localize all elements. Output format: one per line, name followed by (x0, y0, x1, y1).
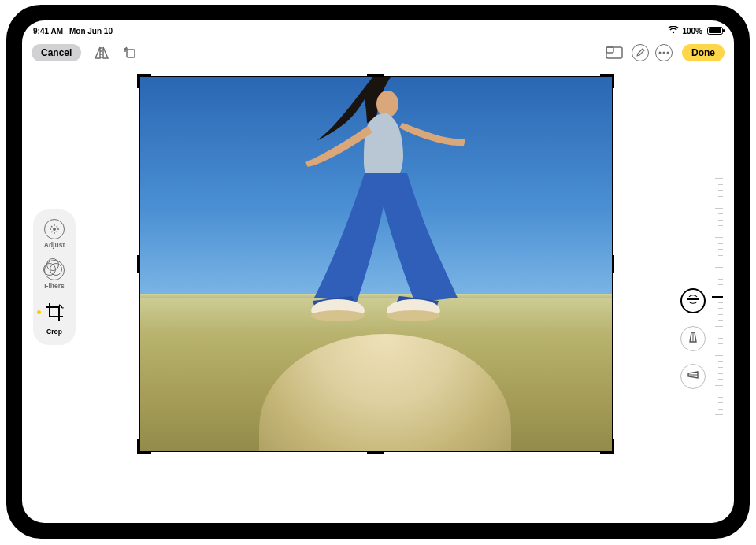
battery-percent: 100% (682, 27, 702, 35)
flip-horizontal-icon[interactable] (91, 42, 113, 64)
straighten-icon (686, 292, 700, 310)
tool-filters-label: Filters (44, 282, 65, 290)
active-indicator-dot (37, 310, 41, 314)
svg-point-11 (53, 228, 56, 231)
straighten-ruler[interactable] (707, 178, 723, 414)
svg-point-5 (667, 52, 669, 54)
edit-tools-rail: Adjust Filters Crop (33, 209, 76, 345)
svg-point-4 (663, 52, 665, 54)
status-bar: 9:41 AM Mon Jun 10 100% (22, 24, 734, 38)
toolbar: Cancel Done (22, 39, 734, 66)
status-date: Mon Jun 10 (69, 27, 113, 35)
horizontal-perspective-icon (687, 369, 699, 384)
tool-adjust[interactable]: Adjust (44, 219, 65, 249)
svg-rect-2 (606, 47, 613, 53)
photo-canvas[interactable] (139, 76, 613, 452)
battery-icon (707, 27, 723, 35)
status-time: 9:41 AM (33, 27, 63, 35)
tool-adjust-label: Adjust (44, 241, 65, 249)
cancel-button[interactable]: Cancel (32, 44, 81, 61)
done-button[interactable]: Done (682, 44, 724, 61)
adjust-icon (44, 219, 65, 239)
aspect-ratio-icon[interactable] (603, 42, 625, 64)
markup-icon[interactable] (632, 44, 649, 61)
tool-crop-label: Crop (46, 328, 62, 336)
wifi-icon (668, 26, 679, 35)
svg-rect-0 (127, 50, 135, 57)
straighten-button[interactable] (680, 288, 706, 313)
tool-crop[interactable]: Crop (43, 301, 65, 336)
more-icon[interactable] (655, 44, 673, 61)
rotate-icon[interactable] (119, 42, 141, 64)
crop-icon (43, 301, 65, 326)
filters-icon (44, 260, 65, 280)
tool-filters[interactable]: Filters (44, 260, 65, 290)
photo-preview (139, 76, 613, 452)
vertical-perspective-icon (687, 331, 699, 347)
vertical-perspective-button[interactable] (680, 326, 706, 351)
svg-point-3 (659, 52, 662, 54)
horizontal-perspective-button[interactable] (680, 364, 706, 389)
crop-adjust-buttons (680, 288, 706, 389)
